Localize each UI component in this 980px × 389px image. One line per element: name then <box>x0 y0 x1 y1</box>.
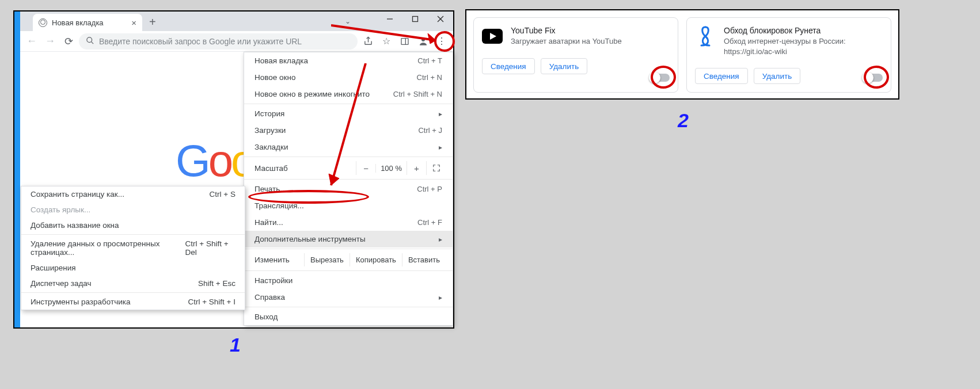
close-tab-icon[interactable]: × <box>131 18 136 28</box>
zoom-out-button[interactable]: − <box>356 161 375 175</box>
maximize-button[interactable] <box>402 12 428 26</box>
extension-description: Обход интернет-цензуры в России: https:/… <box>724 36 883 56</box>
svg-rect-1 <box>413 17 418 22</box>
menu-item-find[interactable]: Найти...Ctrl + F <box>244 214 453 231</box>
menu-label: История <box>255 109 284 118</box>
card-titles: YouTube Fix Загружает аватарки на YouTub… <box>511 26 622 47</box>
menu-item-print[interactable]: Печать...Ctrl + P <box>244 181 453 197</box>
menu-label: Загрузки <box>255 126 286 135</box>
fullscreen-icon[interactable] <box>426 161 446 175</box>
card-actions: Сведения Удалить <box>695 68 883 84</box>
extension-card-youtube-fix: YouTube Fix Загружает аватарки на YouTub… <box>473 17 678 93</box>
extensions-row: YouTube Fix Загружает аватарки на YouTub… <box>466 10 898 100</box>
menu-item-exit[interactable]: Выход <box>244 308 453 325</box>
submenu-item-save-page[interactable]: Сохранить страницу как...Ctrl + S <box>21 186 245 202</box>
tab-title: Новая вкладка <box>52 18 127 27</box>
menu-label: Новая вкладка <box>255 56 308 65</box>
submenu-item-extensions[interactable]: Расширения <box>21 260 245 276</box>
chrome-more-tools-submenu: Сохранить страницу как...Ctrl + S Создат… <box>21 186 245 310</box>
menu-item-new-window[interactable]: Новое окноCtrl + N <box>244 69 453 86</box>
step-label-2: 2 <box>678 109 689 132</box>
svg-point-4 <box>87 37 92 42</box>
window-buttons <box>377 12 453 26</box>
menu-label: Изменить <box>255 255 304 264</box>
reload-button[interactable]: ⟳ <box>60 33 77 49</box>
extension-toggle[interactable] <box>863 74 883 82</box>
button-label: Удалить <box>549 62 579 71</box>
menu-label: Масштаб <box>255 164 356 173</box>
menu-separator <box>244 307 453 307</box>
menu-item-settings[interactable]: Настройки <box>244 272 453 289</box>
menu-item-downloads[interactable]: ЗагрузкиCtrl + J <box>244 122 453 139</box>
menu-label: Новое окно <box>255 73 295 82</box>
omnibox-placeholder: Введите поисковый запрос в Google или ук… <box>99 37 302 46</box>
bookmark-star-icon[interactable]: ☆ <box>378 33 394 49</box>
extension-description: Загружает аватарки на YouTube <box>511 36 622 47</box>
back-button[interactable]: ← <box>24 33 40 49</box>
share-icon[interactable] <box>360 33 376 49</box>
card-titles: Обход блокировок Рунета Обход интернет-ц… <box>724 26 883 56</box>
chevron-right-icon: ▸ <box>439 110 442 118</box>
submenu-item-task-manager[interactable]: Диспетчер задачShift + Esc <box>21 276 245 291</box>
menu-label: Сохранить страницу как... <box>31 190 124 199</box>
zoom-in-button[interactable]: + <box>407 161 426 175</box>
omnibox[interactable]: Введите поисковый запрос в Google или ук… <box>79 33 358 49</box>
zoom-value: 100 % <box>375 164 407 173</box>
chrome-main-menu: Новая вкладкаCtrl + T Новое окноCtrl + N… <box>244 52 453 326</box>
menu-item-history[interactable]: История▸ <box>244 105 453 122</box>
new-tab-button[interactable]: + <box>149 16 156 29</box>
menu-item-new-tab[interactable]: Новая вкладкаCtrl + T <box>244 52 453 69</box>
menu-item-more-tools[interactable]: Дополнительные инструменты▸ <box>244 231 453 247</box>
chevron-right-icon: ▸ <box>439 235 442 243</box>
side-panel-icon[interactable] <box>397 33 413 49</box>
card-actions: Сведения Удалить <box>482 58 670 74</box>
browser-tab[interactable]: Новая вкладка × <box>33 14 142 31</box>
menu-shortcut: Ctrl + S <box>210 190 235 199</box>
toolbar: ← → ⟳ Введите поисковый запрос в Google … <box>20 31 453 52</box>
copy-button[interactable]: Копировать <box>350 253 402 266</box>
svg-point-8 <box>421 38 425 41</box>
forward-button[interactable]: → <box>42 33 58 49</box>
submenu-item-name-window[interactable]: Добавить название окна <box>21 218 245 233</box>
submenu-item-dev-tools[interactable]: Инструменты разработчикаCtrl + Shift + I <box>21 294 245 310</box>
menu-label: Справка <box>255 293 285 302</box>
extension-toggle[interactable] <box>650 74 670 82</box>
submenu-item-clear-data[interactable]: Удаление данных о просмотренных страница… <box>21 236 245 260</box>
tab-search-icon[interactable]: ⌄ <box>345 17 351 25</box>
menu-separator <box>21 234 245 235</box>
details-button[interactable]: Сведения <box>482 58 535 74</box>
remove-button[interactable]: Удалить <box>754 68 801 84</box>
menu-separator <box>21 292 245 293</box>
menu-label: Новое окно в режиме инкогнито <box>255 90 370 98</box>
menu-separator <box>244 270 453 271</box>
profile-avatar-icon[interactable] <box>415 33 431 49</box>
card-header: YouTube Fix Загружает аватарки на YouTub… <box>482 26 670 47</box>
paste-button[interactable]: Вставить <box>402 253 446 266</box>
menu-item-incognito[interactable]: Новое окно в режиме инкогнитоCtrl + Shif… <box>244 86 453 102</box>
menu-shortcut: Ctrl + Shift + Del <box>185 239 235 257</box>
menu-item-cast[interactable]: Трансляция... <box>244 197 453 214</box>
minimize-button[interactable] <box>377 12 402 26</box>
menu-shortcut: Ctrl + Shift + N <box>393 90 442 98</box>
menu-shortcut: Ctrl + P <box>417 185 442 193</box>
cut-button[interactable]: Вырезать <box>304 253 350 266</box>
details-button[interactable]: Сведения <box>695 68 748 84</box>
step-label-1: 1 <box>230 334 241 356</box>
extension-card-runet-bypass: Обход блокировок Рунета Обход интернет-ц… <box>686 17 891 93</box>
card-header: Обход блокировок Рунета Обход интернет-ц… <box>695 26 883 56</box>
kebab-menu-icon[interactable]: ⋮ <box>434 33 450 49</box>
menu-item-zoom: Масштаб − 100 % + <box>244 158 453 178</box>
menu-separator <box>244 249 453 249</box>
extension-title: Обход блокировок Рунета <box>724 26 883 35</box>
chrome-window: Новая вкладка × + ⌄ ← → ⟳ Введите поиско… <box>14 12 453 327</box>
search-icon <box>86 36 94 47</box>
menu-item-bookmarks[interactable]: Закладки▸ <box>244 139 453 155</box>
menu-item-help[interactable]: Справка▸ <box>244 289 453 306</box>
menu-label: Настройки <box>255 276 293 285</box>
close-window-button[interactable] <box>428 12 453 26</box>
submenu-item-create-shortcut: Создать ярлык... <box>21 202 245 218</box>
menu-label: Инструменты разработчика <box>31 298 130 306</box>
menu-label: Закладки <box>255 143 288 151</box>
remove-button[interactable]: Удалить <box>541 58 588 74</box>
ribbon-icon <box>695 26 716 47</box>
